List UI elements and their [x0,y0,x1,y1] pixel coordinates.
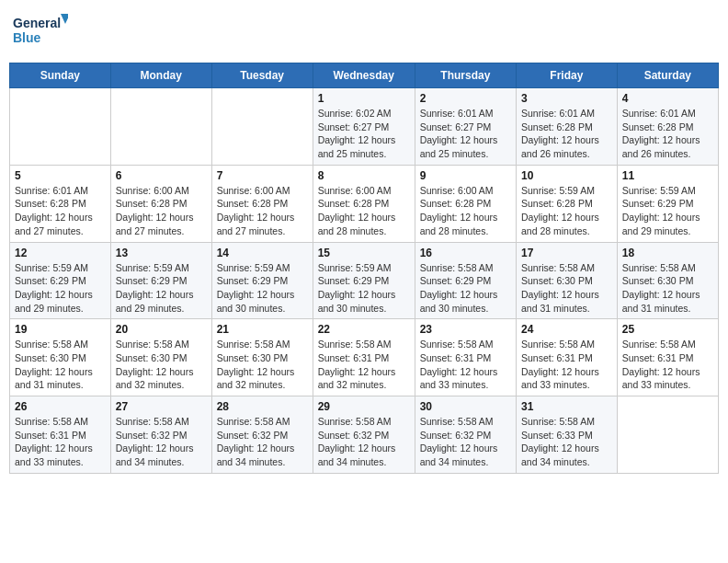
week-row-2: 5Sunrise: 6:01 AM Sunset: 6:28 PM Daylig… [10,165,719,242]
day-info: Sunrise: 6:00 AM Sunset: 6:28 PM Dayligh… [217,184,308,238]
day-number: 10 [521,169,612,182]
day-cell: 26Sunrise: 5:58 AM Sunset: 6:31 PM Dayli… [10,396,111,474]
week-row-1: 1Sunrise: 6:02 AM Sunset: 6:27 PM Daylig… [10,88,719,166]
day-info: Sunrise: 6:01 AM Sunset: 6:28 PM Dayligh… [15,184,106,238]
day-cell: 14Sunrise: 5:59 AM Sunset: 6:29 PM Dayli… [211,242,313,319]
day-cell: 24Sunrise: 5:58 AM Sunset: 6:31 PM Dayli… [517,319,618,396]
day-info: Sunrise: 5:58 AM Sunset: 6:32 PM Dayligh… [318,415,410,469]
day-cell: 18Sunrise: 5:58 AM Sunset: 6:30 PM Dayli… [617,242,718,319]
day-cell: 31Sunrise: 5:58 AM Sunset: 6:33 PM Dayli… [517,396,618,474]
day-info: Sunrise: 6:00 AM Sunset: 6:28 PM Dayligh… [116,184,207,238]
day-cell: 9Sunrise: 6:00 AM Sunset: 6:28 PM Daylig… [415,165,516,242]
day-info: Sunrise: 5:58 AM Sunset: 6:31 PM Dayligh… [420,338,511,392]
day-number: 5 [15,169,106,182]
day-info: Sunrise: 5:58 AM Sunset: 6:31 PM Dayligh… [15,415,106,469]
day-number: 17 [521,247,612,259]
weekday-header-sunday: Sunday [10,63,111,88]
day-info: Sunrise: 5:58 AM Sunset: 6:30 PM Dayligh… [521,261,612,316]
weekday-header-thursday: Thursday [415,63,516,88]
day-cell: 21Sunrise: 5:58 AM Sunset: 6:30 PM Dayli… [211,319,313,396]
day-number: 29 [318,400,410,413]
day-number: 26 [15,400,106,413]
day-number: 4 [622,92,713,105]
calendar-table: SundayMondayTuesdayWednesdayThursdayFrid… [9,63,719,474]
day-cell: 13Sunrise: 5:59 AM Sunset: 6:29 PM Dayli… [110,242,211,319]
day-info: Sunrise: 5:58 AM Sunset: 6:30 PM Dayligh… [116,338,207,392]
day-cell [211,88,313,166]
svg-marker-2 [61,14,68,24]
day-number: 9 [420,169,511,182]
day-number: 11 [622,169,713,182]
day-number: 27 [116,400,207,413]
day-number: 23 [420,323,511,336]
day-cell [10,88,111,166]
day-info: Sunrise: 5:58 AM Sunset: 6:30 PM Dayligh… [15,338,106,392]
day-cell: 30Sunrise: 5:58 AM Sunset: 6:32 PM Dayli… [415,396,516,474]
day-cell: 3Sunrise: 6:01 AM Sunset: 6:28 PM Daylig… [517,88,618,166]
day-number: 19 [15,323,106,336]
svg-text:General: General [13,16,61,30]
day-number: 12 [15,247,106,259]
day-number: 13 [116,247,207,259]
weekday-header-wednesday: Wednesday [313,63,415,88]
day-info: Sunrise: 6:02 AM Sunset: 6:27 PM Dayligh… [318,107,410,161]
day-cell: 5Sunrise: 6:01 AM Sunset: 6:28 PM Daylig… [10,165,111,242]
day-info: Sunrise: 5:58 AM Sunset: 6:31 PM Dayligh… [318,338,410,392]
day-info: Sunrise: 5:58 AM Sunset: 6:30 PM Dayligh… [622,261,713,316]
day-cell: 1Sunrise: 6:02 AM Sunset: 6:27 PM Daylig… [313,88,415,166]
day-info: Sunrise: 5:58 AM Sunset: 6:33 PM Dayligh… [521,415,612,469]
day-cell: 7Sunrise: 6:00 AM Sunset: 6:28 PM Daylig… [211,165,313,242]
day-cell: 2Sunrise: 6:01 AM Sunset: 6:27 PM Daylig… [415,88,516,166]
day-info: Sunrise: 5:59 AM Sunset: 6:28 PM Dayligh… [521,184,612,238]
day-cell: 16Sunrise: 5:58 AM Sunset: 6:29 PM Dayli… [415,242,516,319]
day-cell: 25Sunrise: 5:58 AM Sunset: 6:31 PM Dayli… [617,319,718,396]
day-cell: 19Sunrise: 5:58 AM Sunset: 6:30 PM Dayli… [10,319,111,396]
day-number: 21 [217,323,308,336]
day-cell [110,88,211,166]
day-number: 28 [217,400,308,413]
day-number: 25 [622,323,713,336]
header: General Blue [9,9,719,55]
day-info: Sunrise: 6:01 AM Sunset: 6:27 PM Dayligh… [420,107,511,161]
day-number: 6 [116,169,207,182]
day-cell: 15Sunrise: 5:59 AM Sunset: 6:29 PM Dayli… [313,242,415,319]
day-cell: 11Sunrise: 5:59 AM Sunset: 6:29 PM Dayli… [617,165,718,242]
day-number: 1 [318,92,410,105]
day-info: Sunrise: 6:01 AM Sunset: 6:28 PM Dayligh… [622,107,713,161]
day-cell [617,396,718,474]
day-cell: 12Sunrise: 5:59 AM Sunset: 6:29 PM Dayli… [10,242,111,319]
day-info: Sunrise: 5:58 AM Sunset: 6:32 PM Dayligh… [217,415,308,469]
day-number: 30 [420,400,511,413]
day-cell: 28Sunrise: 5:58 AM Sunset: 6:32 PM Dayli… [211,396,313,474]
day-number: 24 [521,323,612,336]
day-cell: 22Sunrise: 5:58 AM Sunset: 6:31 PM Dayli… [313,319,415,396]
logo-svg: General Blue [13,9,68,55]
day-info: Sunrise: 5:58 AM Sunset: 6:31 PM Dayligh… [622,338,713,392]
day-number: 14 [217,247,308,259]
day-number: 2 [420,92,511,105]
day-info: Sunrise: 5:59 AM Sunset: 6:29 PM Dayligh… [622,184,713,238]
day-info: Sunrise: 5:58 AM Sunset: 6:31 PM Dayligh… [521,338,612,392]
day-info: Sunrise: 5:58 AM Sunset: 6:32 PM Dayligh… [420,415,511,469]
weekday-header-row: SundayMondayTuesdayWednesdayThursdayFrid… [10,63,719,88]
weekday-header-friday: Friday [517,63,618,88]
day-info: Sunrise: 5:59 AM Sunset: 6:29 PM Dayligh… [217,261,308,316]
day-info: Sunrise: 5:58 AM Sunset: 6:30 PM Dayligh… [217,338,308,392]
day-info: Sunrise: 6:01 AM Sunset: 6:28 PM Dayligh… [521,107,612,161]
day-info: Sunrise: 6:00 AM Sunset: 6:28 PM Dayligh… [318,184,410,238]
weekday-header-saturday: Saturday [617,63,718,88]
day-info: Sunrise: 5:59 AM Sunset: 6:29 PM Dayligh… [15,261,106,316]
day-number: 20 [116,323,207,336]
week-row-4: 19Sunrise: 5:58 AM Sunset: 6:30 PM Dayli… [10,319,719,396]
week-row-3: 12Sunrise: 5:59 AM Sunset: 6:29 PM Dayli… [10,242,719,319]
week-row-5: 26Sunrise: 5:58 AM Sunset: 6:31 PM Dayli… [10,396,719,474]
day-number: 15 [318,247,410,259]
day-number: 8 [318,169,410,182]
day-cell: 20Sunrise: 5:58 AM Sunset: 6:30 PM Dayli… [110,319,211,396]
day-number: 31 [521,400,612,413]
day-cell: 10Sunrise: 5:59 AM Sunset: 6:28 PM Dayli… [517,165,618,242]
weekday-header-monday: Monday [110,63,211,88]
weekday-header-tuesday: Tuesday [211,63,313,88]
day-cell: 27Sunrise: 5:58 AM Sunset: 6:32 PM Dayli… [110,396,211,474]
day-info: Sunrise: 5:59 AM Sunset: 6:29 PM Dayligh… [116,261,207,316]
